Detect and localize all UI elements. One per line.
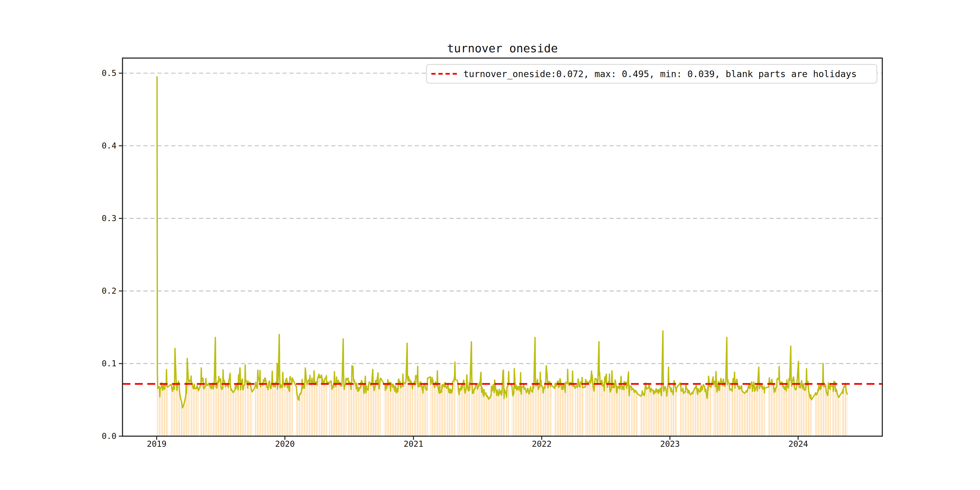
turnover-bar [496,396,497,436]
turnover-bar [266,381,266,436]
turnover-bar [337,383,337,436]
turnover-bar [268,384,269,436]
turnover-bar [786,391,786,436]
turnover-bar [218,382,218,436]
turnover-bar [833,386,833,436]
turnover-bar [622,386,623,436]
turnover-bar [654,394,654,436]
turnover-bar [626,382,626,436]
turnover-bar [410,385,411,436]
turnover-bar [203,387,204,436]
turnover-bar [745,393,746,436]
turnover-bar [273,383,273,436]
turnover-bar [193,389,193,436]
turnover-bar [565,389,565,436]
turnover-bar [789,380,790,436]
turnover-bar [834,388,834,436]
turnover-bar [414,382,415,436]
turnover-bar [189,383,189,436]
turnover-bar [282,386,283,436]
turnover-bar [524,389,524,436]
turnover-bar [487,396,487,436]
turnover-bar [401,388,401,436]
turnover-bar [560,380,560,436]
turnover-bar [729,383,730,436]
turnover-bar [410,380,410,436]
turnover-bar [776,387,777,436]
turnover-bar [186,393,187,436]
turnover-bar [224,380,224,436]
turnover-bar [771,383,772,436]
turnover-bar [201,383,201,436]
turnover-bar [836,391,836,436]
turnover-bar [418,386,418,436]
turnover-bar [465,390,465,436]
turnover-bar [237,383,238,436]
turnover-bar [430,385,431,436]
turnover-bar [506,397,507,436]
turnover-bar [715,383,715,436]
turnover-bar [452,392,452,436]
turnover-bar [171,385,172,436]
turnover-bar [531,390,531,436]
turnover-bar [278,383,278,436]
turnover-bar [846,391,846,436]
turnover-bar [819,386,819,436]
turnover-bar [420,382,421,436]
turnover-bar [722,385,723,436]
turnover-bar [686,389,687,436]
turnover-bar [196,389,197,436]
turnover-bar [509,383,509,436]
turnover-bar [619,387,619,436]
turnover-bar [371,386,371,436]
turnover-bar [302,384,303,436]
turnover-bar [711,387,711,436]
turnover-bar [612,382,612,436]
turnover-bar [208,383,209,436]
turnover-bar [312,385,312,436]
turnover-bar [415,385,415,436]
turnover-bar [722,383,722,436]
turnover-bar [577,387,578,436]
turnover-bar [832,387,833,436]
turnover-bar [386,389,387,436]
turnover-bar [301,391,302,436]
turnover-bar [466,388,466,436]
turnover-bar [323,383,324,436]
turnover-bar [221,387,221,436]
turnover-bar [636,393,636,436]
turnover-bar [334,387,334,436]
turnover-bar [737,379,737,436]
turnover-bar [571,383,571,436]
turnover-bar [682,388,683,436]
turnover-bar [719,384,720,436]
turnover-bar [714,382,715,436]
turnover-bar [292,384,292,436]
turnover-bar [842,392,843,436]
turnover-bar [259,382,260,436]
turnover-bar [607,384,607,436]
turnover-bar [329,383,330,436]
turnover-bar [204,389,204,436]
turnover-bar [531,391,532,436]
turnover-bar [184,404,184,436]
turnover-bar [570,383,571,436]
turnover-bar [528,391,528,436]
turnover-bar [202,378,202,436]
turnover-bar [332,388,332,436]
turnover-bar [467,388,468,436]
turnover-bar [521,394,522,436]
turnover-bar [693,392,693,436]
turnover-bar [572,383,572,436]
turnover-bar [635,390,635,436]
turnover-bar [656,390,657,436]
turnover-bar [319,378,320,436]
turnover-bar [737,379,737,436]
turnover-bar [667,396,667,436]
turnover-bar [725,383,725,436]
turnover-bar [809,395,810,436]
turnover-bar [408,377,409,436]
turnover-bar [438,387,438,436]
turnover-bar [815,393,816,436]
turnover-bar [686,387,686,436]
